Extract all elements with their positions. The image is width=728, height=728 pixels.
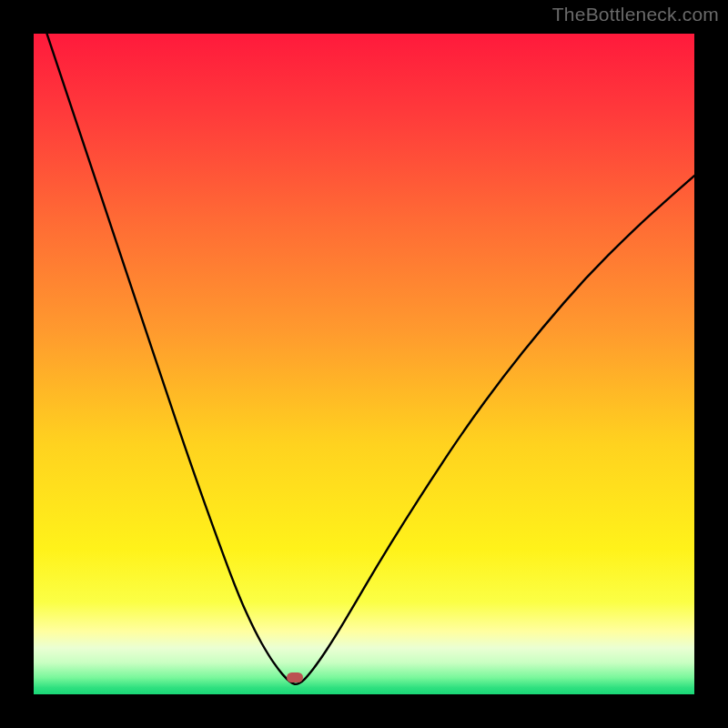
background-gradient bbox=[34, 34, 694, 694]
svg-rect-0 bbox=[34, 34, 694, 694]
outer-frame: TheBottleneck.com bbox=[0, 0, 728, 728]
watermark-text: TheBottleneck.com bbox=[552, 4, 719, 25]
plot-area bbox=[34, 34, 694, 694]
minimum-marker bbox=[287, 672, 303, 682]
